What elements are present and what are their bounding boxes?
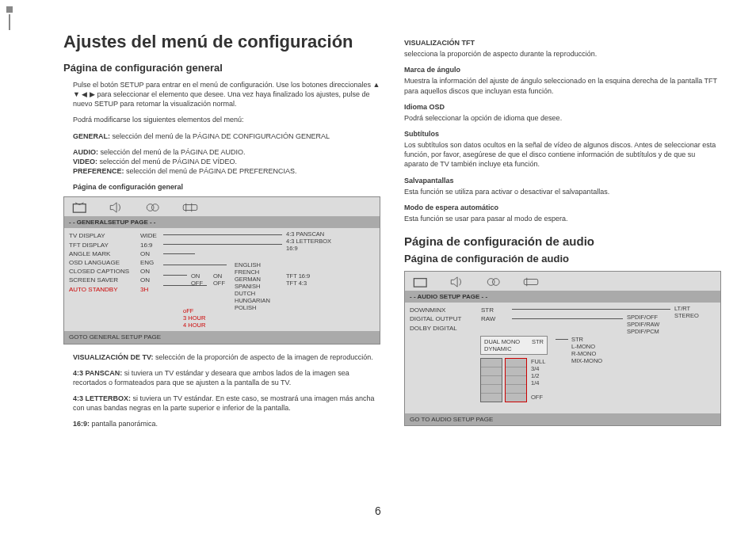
angle-text: Muestra la información del ajuste de áng…	[404, 76, 721, 95]
svg-rect-3	[183, 205, 197, 211]
scale-labels: FULL 3/4 1/2 1/4 OFF	[531, 358, 545, 401]
audio-page-title: Página de configuración de audio	[404, 234, 721, 248]
menu-row: DOLBY DIGITAL	[410, 324, 716, 333]
intro-text: Pulse el botón SETUP para entrar en el m…	[73, 80, 380, 109]
widescreen-desc: 16:9: pantalla panorámica.	[73, 419, 380, 428]
screensaver-text: Esta función se utiliza para activar o d…	[404, 187, 721, 196]
osd-heading: Idioma OSD	[404, 102, 721, 112]
bullet-general: GENERAL: selección del menú de la PÁGINA…	[73, 131, 380, 141]
onoff-col2: ON OFF	[213, 272, 225, 287]
svg-rect-6	[414, 279, 426, 287]
sub-heading: Página de configuración general	[73, 182, 380, 192]
speaker-icon	[109, 202, 126, 213]
letterbox-desc: 4:3 LETTERBOX: si tuviera un TV estándar…	[73, 394, 380, 413]
svg-rect-0	[73, 204, 86, 213]
bullet-video: VIDEO: selección del menú de PÁGINA DE V…	[73, 157, 380, 166]
tv-display-desc: VISUALIZACIÓN DE TV: selección de la pro…	[73, 352, 380, 362]
audio-menu-footer: GO TO AUDIO SETUP PAGE	[405, 413, 720, 425]
audio-subheading: Página de configuración de audio	[404, 253, 721, 265]
intro-text-2: Podrá modificarse los siguientes element…	[73, 115, 380, 124]
svg-point-2	[151, 204, 158, 211]
general-setup-menu: - - GENERALSETUP PAGE - - TV DISPLAYWIDE…	[63, 196, 380, 344]
tv-icon	[72, 202, 90, 213]
angle-heading: Marca de ángulo	[404, 65, 721, 74]
screensaver-heading: Salvapantallas	[404, 176, 721, 185]
spdif-options: SPDIF/OFF SPDIF/RAW SPDIF/PCM	[627, 314, 659, 335]
menu-footer: GOTO GENERAL SETUP PAGE	[64, 331, 380, 343]
ltrt-options: LT/RT STEREO	[674, 305, 699, 319]
tft-options: TFT 16:9 TFT 4:3	[286, 272, 310, 287]
language-options: ENGLISH FRENCH GERMAN SPANISH DUTCH HUNG…	[235, 261, 270, 311]
dolby-submenu: DUAL MONOSTR DYNAMIC	[480, 336, 548, 355]
audio-setup-menu: - - AUDIO SETUP PAGE - - DOWNMINXSTRDIGI…	[404, 271, 721, 426]
dynamic-sliders: FULL 3/4 1/2 1/4 OFF	[480, 358, 529, 402]
slider-icon	[181, 202, 199, 213]
slider-icon	[522, 276, 540, 287]
tft-heading: VISUALIZACIÓN TFT	[404, 38, 721, 48]
film-icon	[486, 276, 503, 287]
osd-text: Podrá seleccionar la opción de idioma qu…	[404, 113, 721, 123]
bullet-preference: PREFERENCE: selección del menú de PÁGINA…	[73, 166, 380, 176]
menu-tabs-audio	[405, 272, 720, 291]
standby-heading: Modo de espera automático	[404, 203, 721, 212]
tft-text: selecciona la proporción de aspecto dura…	[404, 49, 721, 59]
tv-icon	[413, 276, 430, 287]
speaker-icon	[449, 276, 467, 287]
audio-menu-title: - - AUDIO SETUP PAGE - -	[405, 291, 720, 303]
page-title: Ajustes del menú de configuración	[63, 32, 380, 52]
subtitle-text: Los subtítulos son datos ocultos en la s…	[404, 140, 721, 169]
menu-row: OSD LANGUAGEENG	[69, 258, 375, 267]
subtitle-heading: Subtítulos	[404, 129, 721, 139]
menu-title: - - GENERALSETUP PAGE - -	[64, 216, 380, 228]
mono-options: STR L-MONO R-MONO MIX-MONO	[571, 336, 602, 364]
standby-options: oFF 3 HOUR 4 HOUR	[183, 307, 205, 329]
page-number: 6	[375, 504, 381, 517]
left-column: Ajustes del menú de configuración Página…	[63, 32, 380, 435]
svg-rect-9	[524, 280, 538, 285]
right-column: VISUALIZACIÓN TFT selecciona la proporci…	[404, 32, 721, 435]
standby-text: Esta función se usar para pasar al modo …	[404, 214, 721, 223]
wide-options: 4:3 PANSCAN 4:3 LETTERBOX 16:9	[286, 230, 331, 252]
svg-point-8	[492, 279, 499, 286]
menu-row: DOWNMINXSTR	[410, 306, 716, 314]
panscan-desc: 4:3 PANSCAN: si tuviera un TV estándar y…	[73, 368, 380, 387]
section-general: Página de configuración general	[63, 62, 380, 74]
crop-mark	[6, 6, 13, 33]
bullet-audio: AUDIO: selección del menú de la PÁGINA D…	[73, 147, 380, 157]
menu-tabs	[64, 197, 380, 216]
film-icon	[145, 202, 162, 213]
